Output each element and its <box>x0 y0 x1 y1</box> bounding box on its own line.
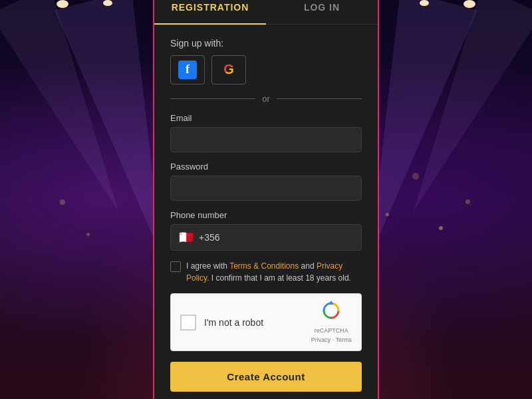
password-label: Password <box>170 162 362 172</box>
terms-text: I agree with Terms & Conditions and Priv… <box>186 260 362 284</box>
recaptcha-left: I'm not a robot <box>180 315 263 331</box>
phone-input-wrapper: 🇲🇹 +356 <box>170 224 362 251</box>
phone-group: Phone number 🇲🇹 +356 <box>170 210 362 251</box>
divider-line-right <box>277 98 362 99</box>
terms-link[interactable]: Terms & Conditions <box>229 261 299 271</box>
phone-label: Phone number <box>170 210 362 220</box>
facebook-button[interactable]: f <box>170 55 205 84</box>
modal-body: Sign up with: f G or Email Password <box>154 25 378 399</box>
google-button[interactable]: G <box>211 55 246 84</box>
or-divider: or <box>170 94 362 104</box>
phone-flag: 🇲🇹 <box>179 230 194 245</box>
or-text: or <box>262 94 270 104</box>
recaptcha-brand: reCAPTCHA <box>315 327 348 335</box>
phone-input[interactable] <box>225 232 353 243</box>
terms-group: I agree with Terms & Conditions and Priv… <box>170 260 362 284</box>
auth-tabs: REGISTRATION LOG IN <box>154 0 378 25</box>
tab-registration[interactable]: REGISTRATION <box>154 0 266 25</box>
social-buttons: f G <box>170 55 362 84</box>
recaptcha-links: Privacy · Terms <box>311 336 352 344</box>
create-account-button[interactable]: Create Account <box>170 362 362 392</box>
recaptcha-logo-icon <box>321 301 342 326</box>
google-icon: G <box>219 61 238 79</box>
facebook-icon: f <box>178 61 197 79</box>
recaptcha-box[interactable]: I'm not a robot reCAPTCHA Privacy · Term… <box>170 293 362 351</box>
phone-code: +356 <box>199 232 220 243</box>
tab-login[interactable]: LOG IN <box>266 0 378 24</box>
password-group: Password <box>170 162 362 201</box>
recaptcha-checkbox[interactable] <box>180 315 196 331</box>
signup-with-label: Sign up with: <box>170 38 362 49</box>
registration-modal: REGISTRATION LOG IN Sign up with: f G or… <box>153 0 379 399</box>
email-label: Email <box>170 113 362 123</box>
email-group: Email <box>170 113 362 152</box>
email-input[interactable] <box>170 127 362 152</box>
password-input[interactable] <box>170 176 362 201</box>
terms-checkbox[interactable] <box>170 261 181 272</box>
divider-line-left <box>170 98 255 99</box>
recaptcha-right: reCAPTCHA Privacy · Terms <box>311 301 352 344</box>
recaptcha-label: I'm not a robot <box>204 317 263 328</box>
